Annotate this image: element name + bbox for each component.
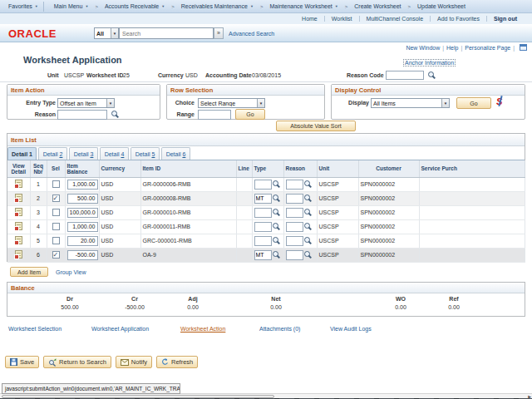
select-checkbox[interactable] <box>52 209 60 216</box>
absolute-value-sort-button[interactable]: Absolute Value Sort <box>276 121 356 131</box>
reason-lookup-icon[interactable] <box>303 208 313 217</box>
reason-input[interactable] <box>286 208 303 218</box>
item-balance-input[interactable] <box>67 222 98 232</box>
reason-input[interactable] <box>286 236 303 246</box>
breadcrumb-item-favorites[interactable]: Favorites▼ <box>3 2 44 12</box>
attachments-0-link[interactable]: Attachments (0) <box>259 326 300 332</box>
tab-detail-5[interactable]: Detail 5 <box>131 147 160 160</box>
reason-code-lookup-icon[interactable] <box>427 71 436 80</box>
reason-input[interactable] <box>286 250 303 260</box>
breadcrumb-label: Receivables Maintenance <box>181 3 248 9</box>
chevron-down-icon[interactable]: ▼ <box>106 99 114 107</box>
type-lookup-icon[interactable] <box>272 180 281 189</box>
advanced-search-link[interactable]: Advanced Search <box>229 31 274 37</box>
chevron-down-icon[interactable]: ▼ <box>441 99 449 107</box>
reason-input[interactable] <box>286 180 303 190</box>
help-link[interactable]: Help <box>446 45 458 51</box>
display-go-button[interactable]: Go <box>456 97 491 109</box>
worksheet-action-link[interactable]: Worksheet Action <box>180 326 225 332</box>
item-action-reason-input[interactable] <box>57 110 107 120</box>
view-detail-icon[interactable] <box>15 250 22 259</box>
select-checkbox[interactable] <box>52 195 60 202</box>
select-checkbox[interactable] <box>52 251 60 259</box>
item-balance-input[interactable] <box>67 180 98 190</box>
view-detail-icon[interactable] <box>15 180 22 188</box>
save-button[interactable]: Save <box>5 356 39 368</box>
view-detail-icon[interactable] <box>15 222 22 230</box>
breadcrumb-item-accounts-receivable[interactable]: Accounts Receivable▼ <box>100 2 170 12</box>
view-detail-icon[interactable] <box>15 208 22 216</box>
reason-lookup-icon[interactable] <box>303 180 313 189</box>
select-checkbox[interactable] <box>52 237 60 244</box>
global-search-input[interactable] <box>119 27 214 39</box>
item-balance-input[interactable] <box>67 236 98 246</box>
range-input[interactable] <box>198 110 231 120</box>
group-view-link[interactable]: Group View <box>56 269 86 275</box>
type-lookup-icon[interactable] <box>272 236 281 245</box>
reason-lookup-icon[interactable] <box>303 250 313 259</box>
cell-customer: SPN0000002 <box>358 177 419 191</box>
entry-type-select[interactable]: Offset an Item ▼ <box>57 98 115 108</box>
chevron-down-icon[interactable]: ▼ <box>257 99 264 107</box>
tab-detail-6[interactable]: Detail 6 <box>161 147 190 160</box>
type-input[interactable] <box>254 222 272 232</box>
reason-lookup-icon[interactable] <box>303 236 313 245</box>
return-to-search-button[interactable]: Return to Search <box>43 356 111 368</box>
tab-detail-2[interactable]: Detail 2 <box>38 147 67 160</box>
select-checkbox[interactable] <box>52 180 60 188</box>
worksheet-application-link[interactable]: Worksheet Application <box>91 326 149 332</box>
utility-link-multichannel-console[interactable]: MultiChannel Console <box>359 16 430 22</box>
breadcrumb-item-maintenance-worksheet[interactable]: Maintenance Worksheet▼ <box>264 2 342 12</box>
notify-button[interactable]: Notify <box>116 356 152 368</box>
type-lookup-icon[interactable] <box>272 208 281 217</box>
chevron-down-icon[interactable]: ▼ <box>111 28 118 38</box>
type-lookup-icon[interactable] <box>272 194 281 203</box>
item-list-title: Item List <box>7 134 525 146</box>
utility-link-worklist[interactable]: Worklist <box>324 16 359 22</box>
breadcrumb-item-create-worksheet[interactable]: Create Worksheet <box>349 2 406 12</box>
item-action-reason-lookup-icon[interactable] <box>111 110 120 119</box>
currency-symbol-icon[interactable]: S <box>496 96 506 108</box>
type-input[interactable] <box>254 236 272 246</box>
type-input[interactable] <box>254 208 272 218</box>
personalize-page-link[interactable]: Personalize Page <box>465 45 510 51</box>
type-lookup-icon[interactable] <box>272 222 281 231</box>
breadcrumb-item-main-menu[interactable]: Main Menu▼ <box>49 2 94 12</box>
tab-detail-4[interactable]: Detail 4 <box>100 147 129 160</box>
display-select[interactable]: All Items ▼ <box>371 98 450 108</box>
item-balance-input[interactable] <box>67 250 98 260</box>
type-input[interactable] <box>254 180 272 190</box>
range-go-button[interactable]: Go <box>235 109 265 120</box>
reason-input[interactable] <box>286 222 303 232</box>
utility-link-add-to-favorites[interactable]: Add to Favorites <box>430 16 486 22</box>
worksheet-selection-link[interactable]: Worksheet Selection <box>8 326 62 332</box>
tab-detail-1[interactable]: Detail 1 <box>7 147 37 160</box>
add-item-button[interactable]: Add Item <box>10 267 48 277</box>
item-balance-input[interactable] <box>67 194 98 204</box>
view-detail-icon[interactable] <box>15 236 22 244</box>
utility-link-home[interactable]: Home <box>295 16 324 22</box>
choice-select[interactable]: Select Range ▼ <box>198 98 265 108</box>
type-input[interactable] <box>254 250 272 260</box>
tab-detail-3[interactable]: Detail 3 <box>69 147 98 160</box>
reason-lookup-icon[interactable] <box>303 222 313 231</box>
page-links-items: New Window|Help|Personalize Page <box>406 45 510 51</box>
search-submit-button[interactable]: » <box>214 27 224 39</box>
type-input[interactable] <box>254 194 272 204</box>
breadcrumb-item-update-worksheet[interactable]: Update Worksheet <box>412 2 470 12</box>
select-checkbox[interactable] <box>52 223 60 230</box>
page-layout-icon[interactable] <box>520 44 527 51</box>
view-audit-logs-link[interactable]: View Audit Logs <box>330 326 372 332</box>
reason-input[interactable] <box>286 194 303 204</box>
view-detail-icon[interactable] <box>15 194 22 202</box>
reason-lookup-icon[interactable] <box>303 194 313 203</box>
breadcrumb-item-receivables-maintenance[interactable]: Receivables Maintenance▼ <box>176 2 259 12</box>
search-scope-select[interactable]: All ▼ <box>94 27 119 39</box>
new-window-link[interactable]: New Window <box>406 45 440 51</box>
reason-code-input[interactable] <box>386 71 424 80</box>
utility-link-sign-out[interactable]: Sign out <box>486 16 524 22</box>
anchor-information-link[interactable]: Anchor Information <box>403 59 456 66</box>
item-balance-input[interactable] <box>67 208 98 218</box>
refresh-button[interactable]: Refresh <box>156 356 198 368</box>
type-lookup-icon[interactable] <box>272 250 281 259</box>
